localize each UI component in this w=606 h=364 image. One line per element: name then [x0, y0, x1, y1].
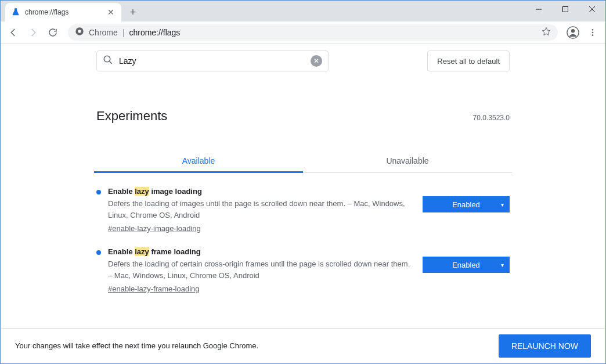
- profile-button[interactable]: [565, 24, 581, 41]
- chrome-icon: [75, 27, 84, 38]
- clear-search-icon[interactable]: ✕: [311, 55, 322, 67]
- search-input[interactable]: [119, 56, 305, 66]
- minimize-button[interactable]: [525, 1, 552, 18]
- svg-point-7: [571, 29, 575, 33]
- relaunch-button[interactable]: RELAUNCH NOW: [499, 334, 591, 358]
- svg-point-8: [592, 29, 594, 31]
- flag-description: Defers the loading of images until the p…: [108, 198, 413, 221]
- svg-point-10: [592, 34, 594, 36]
- flags-list: Enable lazy image loadingDefers the load…: [94, 173, 512, 294]
- flag-body: Enable lazy image loadingDefers the load…: [108, 187, 413, 233]
- relaunch-bar: Your changes will take effect the next t…: [1, 328, 605, 363]
- flag-title: Enable lazy image loading: [108, 187, 413, 196]
- experiments-header: Experiments 70.0.3523.0: [94, 109, 512, 124]
- svg-line-12: [109, 61, 112, 64]
- flag-hash-link[interactable]: #enable-lazy-frame-loading: [108, 284, 200, 293]
- back-button[interactable]: [5, 24, 21, 41]
- window-titlebar: chrome://flags ✕ +: [1, 1, 605, 21]
- window-controls: [525, 1, 605, 21]
- url-separator: |: [122, 28, 125, 37]
- flag-title: Enable lazy frame loading: [108, 247, 413, 256]
- forward-button[interactable]: [25, 24, 41, 41]
- svg-point-11: [104, 56, 110, 62]
- page-content-scroll[interactable]: ✕ Reset all to default Experiments 70.0.…: [1, 44, 605, 329]
- browser-tab[interactable]: chrome://flags ✕: [5, 3, 121, 21]
- flag-body: Enable lazy frame loadingDefers the load…: [108, 247, 413, 294]
- page-content: ✕ Reset all to default Experiments 70.0.…: [94, 44, 512, 317]
- svg-point-5: [78, 30, 81, 33]
- search-row: ✕ Reset all to default: [94, 51, 512, 71]
- version-label: 70.0.3523.0: [473, 114, 510, 122]
- tab-title: chrome://flags: [25, 8, 68, 16]
- page-title: Experiments: [96, 109, 167, 124]
- svg-point-9: [592, 31, 594, 33]
- flag-state-select[interactable]: Enabled: [423, 257, 510, 273]
- reset-all-button[interactable]: Reset all to default: [427, 51, 510, 71]
- search-icon: [103, 55, 113, 67]
- flags-search-box[interactable]: ✕: [96, 51, 329, 71]
- flag-left: Enable lazy frame loadingDefers the load…: [96, 247, 413, 294]
- address-bar[interactable]: Chrome | chrome://flags: [68, 24, 558, 41]
- maximize-button[interactable]: [552, 1, 579, 18]
- bookmark-star-icon[interactable]: [542, 27, 551, 38]
- browser-toolbar: Chrome | chrome://flags: [1, 21, 605, 44]
- url-path: chrome://flags: [129, 28, 180, 37]
- svg-rect-1: [563, 7, 568, 12]
- flag-state-select[interactable]: Enabled: [423, 196, 510, 212]
- flag-entry: Enable lazy image loadingDefers the load…: [94, 173, 512, 233]
- tab-unavailable[interactable]: Unavailable: [303, 149, 512, 172]
- url-origin: Chrome: [89, 28, 118, 37]
- close-tab-icon[interactable]: ✕: [106, 8, 116, 17]
- flag-description: Defers the loading of certain cross-orig…: [108, 258, 413, 281]
- flag-entry: Enable lazy frame loadingDefers the load…: [94, 233, 512, 294]
- flag-hash-link[interactable]: #enable-lazy-image-loading: [108, 224, 201, 233]
- tab-available[interactable]: Available: [94, 149, 303, 172]
- relaunch-message: Your changes will take effect the next t…: [15, 341, 258, 350]
- modified-indicator-icon: [96, 250, 101, 255]
- flags-tabs: Available Unavailable: [94, 149, 512, 173]
- reload-button[interactable]: [45, 24, 61, 41]
- flag-left: Enable lazy image loadingDefers the load…: [96, 187, 413, 233]
- modified-indicator-icon: [96, 190, 101, 194]
- flask-icon: [11, 8, 20, 17]
- kebab-menu-icon[interactable]: [585, 24, 601, 41]
- new-tab-button[interactable]: +: [125, 4, 141, 20]
- close-window-button[interactable]: [579, 1, 605, 18]
